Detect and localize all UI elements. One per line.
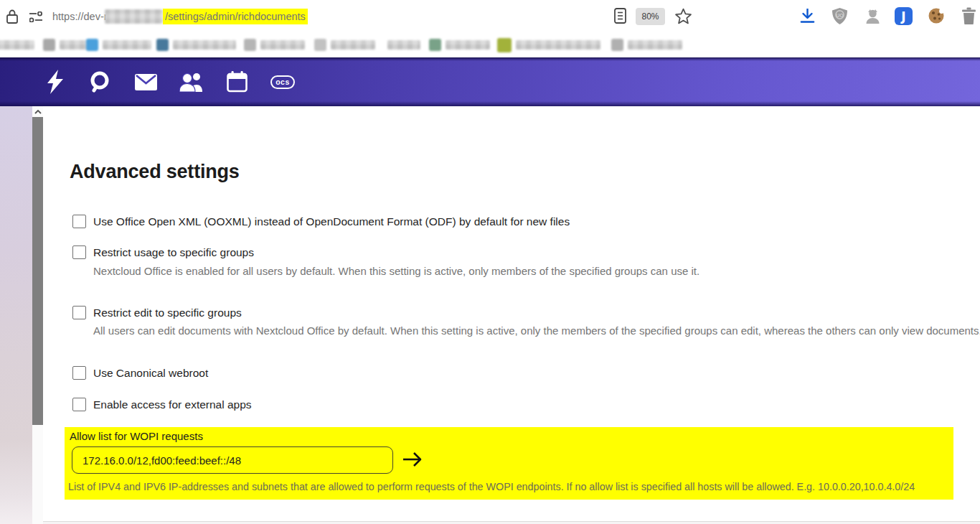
search-app-icon [89, 70, 112, 93]
bookmark-item[interactable] [314, 39, 375, 51]
nextcloud-app-header: ocs [0, 57, 980, 106]
checkbox-restrict-usage[interactable] [72, 245, 86, 259]
ocs-label: ocs [275, 78, 290, 86]
reader-mode-icon[interactable] [614, 8, 626, 24]
checkbox-canonical-webroot[interactable] [72, 366, 86, 380]
checkbox-external-apps[interactable] [72, 398, 86, 411]
wopi-allowlist-input[interactable] [72, 446, 393, 474]
checkbox-restrict-edit[interactable] [72, 306, 86, 319]
checkbox-ooxml[interactable] [72, 215, 86, 228]
arrow-right-icon [402, 451, 423, 468]
ocs-app-button[interactable]: ocs [260, 57, 306, 106]
bookmark-item[interactable] [611, 39, 682, 51]
bookmark-item[interactable] [0, 39, 34, 51]
url-prefix: https://dev-n [52, 11, 110, 22]
bookmark-item[interactable] [497, 39, 600, 51]
url-path-highlight: /settings/admin/richdocuments [163, 9, 308, 24]
cookie-icon[interactable] [928, 7, 945, 24]
wopi-description: List of IPV4 and IPV6 IP-addresses and s… [68, 481, 915, 492]
url-path: /settings/admin/richdocuments [165, 11, 306, 22]
scrollbar-thumb[interactable] [32, 117, 43, 425]
chevron-up-icon [34, 110, 42, 114]
url-redacted-blur [105, 9, 163, 24]
checkbox-canonical-webroot-label: Use Canonical webroot [93, 366, 208, 380]
restrict-edit-description: All users can edit documents with Nextcl… [93, 324, 980, 337]
calendar-icon [227, 71, 248, 93]
bookmarks-bar [0, 32, 980, 57]
adblock-shield-icon[interactable]: UO [831, 7, 848, 25]
zoom-badge[interactable]: 80% [636, 8, 665, 25]
bookmark-star-icon[interactable] [674, 7, 692, 25]
page-title: Advanced settings [70, 161, 240, 183]
svg-text:UO: UO [836, 13, 844, 18]
bookmark-item[interactable] [387, 39, 420, 51]
url-bar[interactable]: https://dev-n [52, 10, 110, 23]
zoom-level: 80% [641, 11, 659, 22]
dashboard-app-button[interactable] [32, 57, 78, 106]
wopi-allowlist-section: Allow list for WOPI requests List of IPV… [65, 427, 953, 500]
calendar-app-button[interactable] [214, 57, 260, 106]
joplin-icon[interactable]: J [895, 7, 913, 25]
trash-icon[interactable] [961, 7, 976, 24]
bookmark-item[interactable] [156, 39, 236, 51]
checkbox-external-apps-label: Enable access for external apps [93, 398, 252, 411]
mail-app-button[interactable] [123, 57, 169, 106]
wopi-label: Allow list for WOPI requests [70, 430, 203, 442]
search-app-button[interactable] [77, 57, 123, 106]
wopi-submit-button[interactable] [402, 449, 423, 471]
browser-toolbar: https://dev-n /settings/admin/richdocume… [0, 0, 980, 32]
contacts-app-button[interactable] [169, 57, 215, 106]
extension-person-icon[interactable] [864, 8, 881, 24]
mail-icon [135, 74, 157, 90]
ocs-icon: ocs [270, 75, 295, 89]
lock-icon [6, 9, 19, 24]
dashboard-lightning-icon [44, 70, 66, 94]
screen: https://dev-n /settings/admin/richdocume… [0, 0, 980, 524]
checkbox-ooxml-label: Use Office Open XML (OOXML) instead of O… [93, 215, 570, 228]
checkbox-restrict-usage-label: Restrict usage to specific groups [93, 245, 254, 259]
bookmark-item[interactable] [244, 39, 305, 51]
contacts-icon [179, 72, 204, 92]
permissions-icon[interactable] [29, 11, 43, 22]
bookmark-item[interactable] [86, 39, 151, 51]
checkbox-restrict-edit-label: Restrict edit to specific groups [93, 306, 242, 319]
restrict-usage-description: Nextcloud Office is enabled for all user… [93, 265, 699, 277]
bookmark-item[interactable] [429, 39, 490, 51]
download-icon[interactable] [799, 7, 816, 25]
scrollbar-up-button[interactable] [32, 107, 43, 117]
left-background-strip [0, 106, 32, 524]
